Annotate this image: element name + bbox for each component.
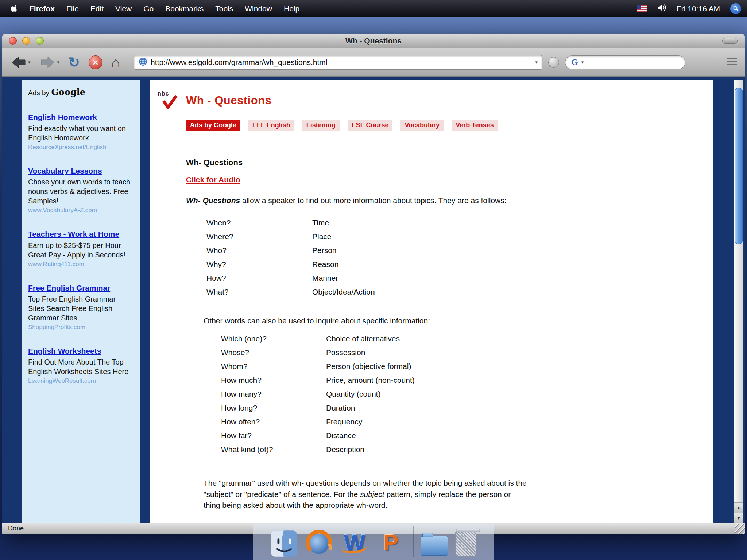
search-input[interactable]	[586, 58, 682, 66]
ad-body: Find Out More About The Top English Work…	[28, 357, 134, 376]
resize-grip[interactable]	[735, 524, 745, 534]
menu-bookmarks[interactable]: Bookmarks	[159, 4, 209, 13]
ad-item: Vocabulary Lessons Chose your own words …	[28, 166, 134, 214]
nav-vocabulary[interactable]: Vocabulary	[400, 120, 444, 131]
scrollbar-arrows: ▲ ▼	[734, 502, 743, 523]
table-row: Which (one)?Choice of alternatives	[221, 332, 415, 346]
reload-button[interactable]: ↻	[68, 55, 80, 69]
question-cell: What?	[206, 285, 312, 299]
title-bar[interactable]: Wh - Questions	[2, 34, 745, 48]
forward-dropdown-icon[interactable]: ▾	[57, 60, 60, 65]
ad-url-link[interactable]: ResourceXpress.net/English	[28, 144, 134, 151]
vertical-scrollbar[interactable]: ▲ ▼	[734, 80, 743, 523]
scrollbar-thumb[interactable]	[735, 88, 743, 244]
zoom-button[interactable]	[36, 37, 44, 45]
ad-title-link[interactable]: Teachers - Work at Home	[28, 229, 119, 238]
menu-clock[interactable]: Fri 10:16 AM	[677, 4, 720, 13]
go-button[interactable]	[548, 57, 559, 68]
scroll-up-button[interactable]: ▲	[734, 502, 743, 513]
toolbar-extra-icon[interactable]	[727, 58, 737, 66]
page-title: Wh - Questions	[186, 94, 271, 107]
answer-cell: Distance	[326, 429, 415, 443]
answer-cell: Object/Idea/Action	[312, 285, 375, 299]
answer-cell: Frequency	[326, 415, 415, 429]
menu-tools[interactable]: Tools	[209, 4, 239, 13]
ad-body: Earn up to $25-$75 per Hour Great Pay - …	[28, 241, 134, 260]
checkmark-icon	[162, 95, 178, 109]
home-button[interactable]: ⌂	[111, 55, 120, 70]
ad-body: Chose your own words to teach nouns verb…	[28, 177, 134, 206]
question-cell: When?	[206, 216, 312, 230]
question-cell: Whose?	[221, 346, 326, 359]
menu-go[interactable]: Go	[138, 4, 159, 13]
ad-url-link[interactable]: www.Rating411.com	[28, 261, 134, 268]
ad-url-link[interactable]: LearningWebResult.com	[28, 377, 134, 385]
address-bar[interactable]: ▾	[134, 55, 542, 70]
back-arrow-icon	[10, 56, 27, 69]
audio-link[interactable]: Click for Audio	[186, 175, 698, 184]
question-cell: Whom?	[221, 359, 326, 373]
nav-verb-tenses[interactable]: Verb Tenses	[452, 120, 498, 131]
dock-trash-icon[interactable]	[455, 531, 476, 557]
table-row: How long?Duration	[221, 401, 415, 415]
table-row: How many?Quantity (count)	[221, 387, 415, 401]
menu-view[interactable]: View	[109, 4, 138, 13]
ad-item: Teachers - Work at Home Earn up to $25-$…	[28, 229, 134, 268]
table-row: What?Object/Idea/Action	[206, 285, 375, 299]
title-row: nbc Wh - Questions	[157, 90, 698, 110]
ad-url-link[interactable]: ShoppingProfits.com	[28, 324, 134, 331]
dock-folder-icon[interactable]	[421, 536, 448, 557]
volume-icon[interactable]	[657, 4, 666, 13]
answer-cell: Person (objective formal)	[326, 359, 415, 373]
question-cell: How often?	[221, 415, 326, 429]
answer-cell: Reason	[312, 257, 375, 271]
menu-help[interactable]: Help	[278, 4, 305, 13]
intro-paragraph: Wh- Questions allow a speaker to find ou…	[186, 195, 543, 206]
menu-firefox[interactable]: Firefox	[23, 4, 61, 13]
answer-cell: Price, amount (non-count)	[326, 373, 415, 387]
table-row: Who?Person	[206, 244, 375, 257]
ad-title-link[interactable]: Free English Grammar	[28, 283, 110, 292]
stop-button[interactable]: ×	[89, 55, 102, 69]
dock-word-icon[interactable]: W	[340, 528, 369, 557]
question-cell: How far?	[221, 429, 326, 443]
menu-window[interactable]: Window	[239, 4, 278, 13]
ad-title-link[interactable]: English Worksheets	[28, 346, 101, 355]
dock-powerpoint-icon[interactable]: P	[376, 528, 406, 557]
ad-title-link[interactable]: English Homework	[28, 113, 97, 122]
minimize-button[interactable]	[22, 37, 30, 45]
ad-url-link[interactable]: www.VocabularyA-Z.com	[28, 207, 134, 214]
nav-ads-by-google[interactable]: Ads by Google	[186, 120, 240, 131]
back-dropdown-icon[interactable]: ▾	[28, 60, 31, 65]
answer-cell: Manner	[312, 271, 375, 285]
ad-body: Find exactly what you want on English Ho…	[28, 124, 134, 143]
google-engine-icon[interactable]: G	[571, 57, 578, 67]
close-button[interactable]	[9, 37, 17, 45]
ad-title-link[interactable]: Vocabulary Lessons	[28, 166, 102, 175]
url-input[interactable]	[151, 58, 531, 67]
site-globe-icon	[139, 57, 147, 67]
toolbar-toggle-pill[interactable]	[722, 38, 738, 44]
ad-item: English Worksheets Find Out More About T…	[28, 346, 134, 385]
input-language-flag-icon[interactable]	[637, 5, 647, 12]
spotlight-icon[interactable]	[730, 3, 741, 14]
url-dropdown-icon[interactable]: ▾	[535, 60, 538, 65]
search-engine-dropdown-icon[interactable]: ▾	[581, 60, 584, 65]
back-button[interactable]: ▾	[10, 56, 31, 69]
scroll-down-button[interactable]: ▼	[734, 513, 743, 523]
nav-listening[interactable]: Listening	[302, 120, 340, 131]
nav-esl-course[interactable]: ESL Course	[348, 120, 393, 131]
forward-button[interactable]: ▾	[39, 56, 60, 69]
dock-finder-icon[interactable]	[271, 530, 298, 557]
answer-cell: Time	[312, 216, 375, 230]
menu-file[interactable]: File	[61, 4, 85, 13]
other-words-table: Which (one)?Choice of alternatives Whose…	[221, 332, 415, 456]
menu-edit[interactable]: Edit	[85, 4, 109, 13]
question-cell: How much?	[221, 373, 326, 387]
word-letter: W	[344, 528, 365, 557]
apple-menu-icon[interactable]	[6, 4, 23, 13]
dock-firefox-icon[interactable]	[305, 529, 333, 557]
grammar-paragraph: The "grammar" used with wh- questions de…	[204, 478, 528, 511]
nav-efl-english[interactable]: EFL English	[248, 120, 294, 131]
search-bar[interactable]: G ▾	[565, 55, 685, 69]
